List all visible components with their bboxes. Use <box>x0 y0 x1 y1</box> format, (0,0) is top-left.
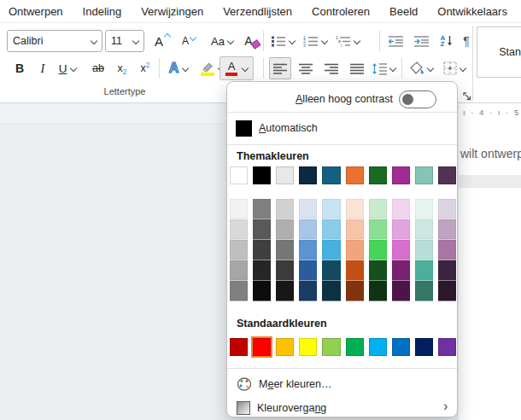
theme-variant-swatch[interactable] <box>392 219 410 240</box>
theme-variant-swatch[interactable] <box>299 281 317 301</box>
shading-button[interactable] <box>407 56 436 80</box>
tab-ontwikkelaars[interactable]: Ontwikkelaars <box>437 5 507 18</box>
standard-color-swatch[interactable] <box>438 338 456 356</box>
numbering-button[interactable]: 123 <box>301 30 330 52</box>
standard-color-swatch[interactable] <box>346 338 364 356</box>
bullets-button[interactable] <box>268 30 297 52</box>
theme-variant-swatch[interactable] <box>369 219 387 240</box>
standard-color-swatch[interactable] <box>322 338 340 356</box>
theme-variant-swatch[interactable] <box>253 219 271 240</box>
theme-variant-swatch[interactable] <box>253 199 271 219</box>
tab-indeling[interactable]: Indeling <box>83 5 122 18</box>
theme-variant-swatch[interactable] <box>322 199 340 219</box>
theme-color-swatch[interactable] <box>415 166 433 184</box>
theme-variant-swatch[interactable] <box>438 240 456 260</box>
theme-variant-swatch[interactable] <box>392 260 410 281</box>
bold-button[interactable]: B <box>10 56 29 80</box>
theme-variant-swatch[interactable] <box>415 199 433 219</box>
theme-variant-swatch[interactable] <box>276 219 294 240</box>
theme-color-swatch[interactable] <box>392 166 410 184</box>
style-gallery-item-standaard[interactable]: Standaard <box>477 26 521 78</box>
theme-variant-swatch[interactable] <box>276 260 294 281</box>
standard-color-swatch[interactable] <box>369 338 387 356</box>
theme-color-swatch[interactable] <box>369 166 387 184</box>
italic-button[interactable]: I <box>34 56 51 80</box>
theme-variant-swatch[interactable] <box>369 240 387 260</box>
theme-color-swatch[interactable] <box>230 166 248 184</box>
theme-color-swatch[interactable] <box>322 166 340 184</box>
line-spacing-button[interactable] <box>369 56 398 80</box>
show-formatting-marks-button[interactable]: ¶ <box>460 30 473 52</box>
theme-variant-swatch[interactable] <box>322 281 340 301</box>
theme-variant-swatch[interactable] <box>230 219 248 240</box>
align-right-button[interactable] <box>320 57 342 79</box>
decrease-indent-button[interactable] <box>384 30 408 52</box>
standard-color-swatch[interactable] <box>392 338 410 356</box>
theme-variant-swatch[interactable] <box>322 219 340 240</box>
multilevel-list-button[interactable]: 1ai <box>333 30 362 52</box>
standard-color-swatch[interactable] <box>230 338 248 356</box>
gradient-item[interactable]: Kleurovergang <box>237 398 448 418</box>
theme-variant-swatch[interactable] <box>392 281 410 301</box>
theme-variant-swatch[interactable] <box>299 219 317 240</box>
font-name-combobox[interactable]: Calibri <box>7 30 102 52</box>
theme-variant-swatch[interactable] <box>438 260 456 281</box>
theme-variant-swatch[interactable] <box>346 219 364 240</box>
grow-font-button[interactable]: A <box>149 30 175 52</box>
theme-variant-swatch[interactable] <box>392 240 410 260</box>
theme-variant-swatch[interactable] <box>438 219 456 240</box>
theme-variant-swatch[interactable] <box>415 219 433 240</box>
borders-button[interactable] <box>439 56 470 80</box>
standard-color-swatch[interactable] <box>415 338 433 356</box>
tab-verwijzingen[interactable]: Verwijzingen <box>141 5 203 18</box>
theme-variant-swatch[interactable] <box>346 281 364 301</box>
strikethrough-button[interactable]: ab <box>87 56 109 80</box>
theme-variant-swatch[interactable] <box>276 240 294 260</box>
theme-color-swatch[interactable] <box>299 166 317 184</box>
theme-variant-swatch[interactable] <box>346 240 364 260</box>
justify-button[interactable] <box>346 57 368 79</box>
theme-variant-swatch[interactable] <box>346 199 364 219</box>
tab-beeld[interactable]: Beeld <box>389 5 418 18</box>
standard-color-swatch[interactable] <box>276 338 294 356</box>
align-center-button[interactable] <box>295 57 317 79</box>
theme-color-swatch[interactable] <box>276 166 294 184</box>
theme-color-swatch[interactable] <box>438 166 456 184</box>
theme-variant-swatch[interactable] <box>299 260 317 281</box>
subscript-button[interactable]: x2 <box>112 56 132 80</box>
theme-variant-swatch[interactable] <box>392 199 410 219</box>
theme-variant-swatch[interactable] <box>230 260 248 281</box>
theme-variant-swatch[interactable] <box>230 281 248 301</box>
clear-formatting-button[interactable]: A <box>242 30 262 52</box>
theme-variant-swatch[interactable] <box>438 199 456 219</box>
theme-variant-swatch[interactable] <box>415 281 433 301</box>
theme-variant-swatch[interactable] <box>276 281 294 301</box>
theme-variant-swatch[interactable] <box>369 281 387 301</box>
theme-variant-swatch[interactable] <box>346 260 364 281</box>
theme-variant-swatch[interactable] <box>369 199 387 219</box>
theme-variant-swatch[interactable] <box>369 260 387 281</box>
theme-variant-swatch[interactable] <box>230 199 248 219</box>
underline-button[interactable]: U <box>53 56 82 80</box>
more-colors-item[interactable]: Meer kleuren… <box>237 374 448 394</box>
theme-variant-swatch[interactable] <box>438 281 456 301</box>
document-page[interactable]: ı · 4 · ı · 5 wilt ontwerp <box>459 103 521 420</box>
theme-color-swatch[interactable] <box>253 166 271 184</box>
theme-variant-swatch[interactable] <box>299 199 317 219</box>
font-size-combobox[interactable]: 11 <box>105 30 144 52</box>
change-case-button[interactable]: Aa <box>206 30 238 52</box>
increase-indent-button[interactable] <box>410 30 434 52</box>
theme-variant-swatch[interactable] <box>322 260 340 281</box>
sort-button[interactable]: A Z <box>436 30 458 52</box>
font-color-button[interactable]: A <box>220 56 254 80</box>
theme-variant-swatch[interactable] <box>415 260 433 281</box>
standard-color-swatch[interactable] <box>299 338 317 356</box>
shrink-font-button[interactable]: A <box>177 30 201 52</box>
theme-variant-swatch[interactable] <box>253 240 271 260</box>
tab-verzendlijsten[interactable]: Verzendlijsten <box>223 5 292 18</box>
automatic-color-item[interactable]: Automatisch <box>236 119 449 137</box>
superscript-button[interactable]: x2 <box>135 56 155 80</box>
text-effects-button[interactable]: A <box>164 56 193 80</box>
theme-variant-swatch[interactable] <box>415 240 433 260</box>
high-contrast-toggle[interactable] <box>399 90 436 108</box>
